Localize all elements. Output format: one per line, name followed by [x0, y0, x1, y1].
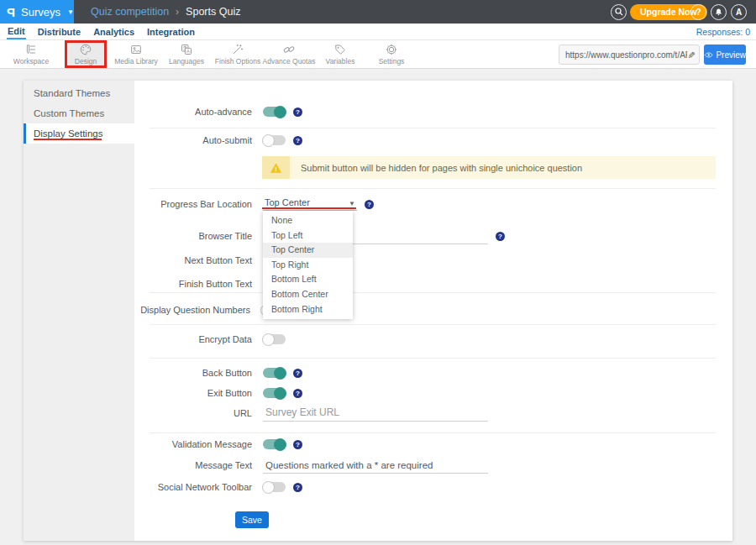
progress-bar-location-help-icon[interactable]: ? — [365, 200, 374, 209]
encrypt-data-row: Encrypt Data — [134, 331, 286, 348]
toolbar-finish-options-button[interactable]: Finish Options — [213, 41, 263, 67]
questionpro-logo-icon: P — [7, 5, 15, 19]
exit-url-label: URL — [134, 408, 252, 418]
exit-button-row: Exit Button ? — [134, 385, 302, 401]
tab-analytics[interactable]: Analytics — [92, 25, 135, 39]
back-button-label: Back Button — [134, 368, 252, 378]
browser-title-label: Browser Title — [134, 231, 252, 241]
languages-icon: A — [180, 43, 193, 56]
tab-edit[interactable]: Edit — [7, 24, 26, 39]
design-toolbar: Workspace Design Media Library A L — [0, 40, 756, 69]
exit-button-toggle[interactable] — [263, 388, 286, 398]
exit-url-row: URL Survey Exit URL — [134, 405, 488, 422]
breadcrumb-separator-icon: › — [176, 6, 179, 18]
next-button-text-label: Next Button Text — [134, 255, 252, 265]
exit-url-placeholder: Survey Exit URL — [265, 406, 339, 418]
dropdown-option-top-center[interactable]: Top Center — [263, 243, 353, 258]
finish-options-wand-icon — [231, 43, 244, 56]
back-button-toggle[interactable] — [263, 368, 286, 378]
dropdown-option-none[interactable]: None — [263, 213, 353, 228]
notifications-button[interactable] — [711, 4, 727, 20]
divider — [150, 324, 716, 325]
toolbar-workspace-button[interactable]: Workspace — [6, 41, 56, 67]
social-network-toolbar-label: Social Network Toolbar — [134, 482, 252, 492]
toolbar-languages-button[interactable]: A Languages — [161, 41, 212, 67]
sidebar-item-custom-themes[interactable]: Custom Themes — [24, 103, 134, 123]
back-button-row: Back Button ? — [134, 364, 302, 381]
dropdown-option-top-left[interactable]: Top Left — [263, 228, 353, 244]
help-button[interactable]: ? — [690, 4, 706, 20]
dropdown-option-bottom-left[interactable]: Bottom Left — [263, 272, 353, 287]
responses-count[interactable]: Responses: 0 — [696, 27, 750, 37]
progress-dropdown-menu: NoneTop LeftTop CenterTop RightBottom Le… — [263, 211, 353, 319]
breadcrumb-parent[interactable]: Quiz competition — [91, 6, 169, 18]
preview-button[interactable]: Preview — [704, 45, 746, 65]
divider — [150, 292, 716, 293]
tab-distribute[interactable]: Distribute — [37, 25, 81, 39]
toolbar-settings-label: Settings — [379, 57, 405, 66]
auto-advance-toggle[interactable] — [263, 107, 286, 117]
auto-submit-toggle[interactable] — [263, 135, 286, 145]
social-network-toolbar-help-icon[interactable]: ? — [293, 483, 302, 492]
toolbar-settings-button[interactable]: Settings — [366, 41, 417, 67]
exit-url-input[interactable]: Survey Exit URL — [263, 406, 488, 422]
social-network-toolbar-toggle[interactable] — [263, 482, 286, 492]
sidebar-item-display-settings[interactable]: Display Settings — [24, 123, 135, 144]
workspace-icon — [24, 43, 38, 56]
eye-icon — [704, 50, 713, 60]
edit-url-pencil-icon[interactable]: ✎ — [685, 50, 696, 58]
toolbar-advance-quotas-button[interactable]: Advance Quotas — [264, 41, 314, 67]
toolbar-media-library-button[interactable]: Media Library — [111, 41, 161, 67]
validation-message-help-icon[interactable]: ? — [293, 440, 302, 449]
select-caret-icon: ▼ — [349, 200, 355, 207]
divider — [150, 188, 716, 189]
display-question-numbers-row: Display Question Numbers — [133, 301, 284, 318]
toolbar-design-button[interactable]: Design — [67, 41, 104, 67]
surveys-menu-button[interactable]: P Surveys ▼ — [0, 0, 74, 24]
auto-advance-label: Auto-advance — [134, 107, 252, 117]
social-network-toolbar-row: Social Network Toolbar ? — [134, 479, 302, 495]
auto-advance-help-icon[interactable]: ? — [293, 107, 302, 117]
progress-bar-location-select[interactable]: Top Center ▼ — [263, 197, 357, 211]
exit-button-help-icon[interactable]: ? — [293, 389, 302, 398]
toolbar-variables-label: Variables — [326, 57, 355, 66]
dropdown-option-top-right[interactable]: Top Right — [263, 258, 353, 273]
top-bar: P Surveys ▼ Quiz competition › Sports Qu… — [0, 0, 756, 24]
auto-submit-label: Auto-submit — [134, 135, 252, 145]
display-question-numbers-label: Display Question Numbers — [133, 305, 250, 315]
message-text-row: Message Text Questions marked with a * a… — [134, 457, 488, 474]
media-library-icon — [129, 43, 143, 56]
survey-url-field[interactable]: https://www.questionpro.com/t/APNrFZ ✎ — [559, 45, 700, 65]
finish-button-text-label: Finish Button Text — [134, 279, 252, 289]
survey-url-value: https://www.questionpro.com/t/APNrFZ — [565, 50, 687, 60]
encrypt-data-toggle[interactable] — [263, 334, 286, 344]
auto-submit-help-icon[interactable]: ? — [293, 136, 302, 145]
divider — [150, 358, 716, 359]
sidebar-item-standard-themes[interactable]: Standard Themes — [24, 83, 134, 103]
toolbar-variables-button[interactable]: Variables — [315, 41, 365, 67]
toolbar-advance-quotas-label: Advance Quotas — [263, 57, 316, 66]
toolbar-languages-label: Languages — [169, 57, 204, 66]
advance-quotas-links-icon — [282, 43, 296, 56]
search-button[interactable] — [611, 4, 627, 20]
validation-message-toggle[interactable] — [263, 439, 286, 449]
validation-message-label: Validation Message — [134, 439, 252, 449]
dropdown-option-bottom-center[interactable]: Bottom Center — [263, 287, 353, 302]
message-text-input[interactable]: Questions marked with a * are required — [263, 458, 488, 474]
browser-title-help-icon[interactable]: ? — [496, 232, 505, 241]
tab-integration[interactable]: Integration — [146, 25, 196, 39]
help-icon: ? — [690, 4, 706, 20]
save-button[interactable]: Save — [235, 511, 269, 528]
breadcrumb: Quiz competition › Sports Quiz — [91, 0, 240, 24]
avatar: A — [731, 4, 747, 20]
progress-bar-location-row: Progress Bar Location Top Center ▼ ? — [134, 196, 374, 212]
settings-gear-icon — [385, 43, 398, 56]
validation-message-row: Validation Message ? — [134, 436, 302, 453]
back-button-help-icon[interactable]: ? — [293, 369, 302, 378]
svg-text:A: A — [186, 49, 190, 54]
dropdown-option-bottom-right[interactable]: Bottom Right — [263, 302, 353, 317]
account-button[interactable]: A — [731, 4, 747, 20]
preview-label: Preview — [716, 50, 746, 60]
svg-text:!: ! — [275, 165, 276, 173]
themes-sidebar: Standard Themes Custom Themes Display Se… — [24, 81, 134, 541]
